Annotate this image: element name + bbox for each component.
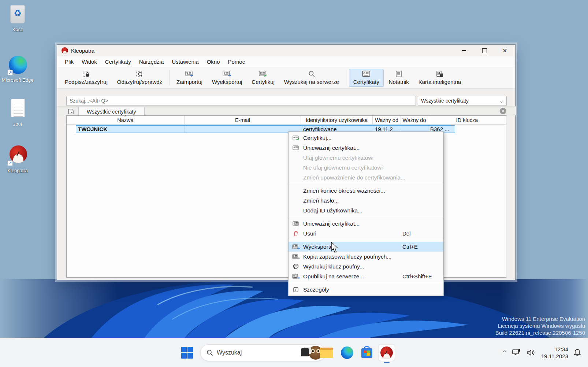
kleopatra-icon: ↗ [7,145,29,167]
sign-encrypt-icon [82,70,90,78]
column-header-nazwa[interactable]: ˄ Nazwa [67,116,185,124]
edge-icon: ↗ [7,54,29,76]
toolbar-lookup-server[interactable]: Wyszukaj na serwerze [280,69,343,87]
toolbar-decrypt-verify[interactable]: Odszyfruj/sprawdź [113,69,167,87]
context-item-revoke[interactable]: Unieważnij certyfikat... [289,143,443,153]
kleopatra-window: Kleopatra ✕ Plik Widok Certyfikaty Narzę… [57,44,516,280]
export-icon [291,244,300,250]
desktop-icon-edge[interactable]: ↗ Microsoft Edge [0,54,35,83]
context-item-add-user-id[interactable]: Dodaj ID użytkownika... [289,205,443,215]
desktop-icon-kosz[interactable]: ♻ Kosz [0,4,35,33]
minimize-button[interactable] [454,45,474,56]
toolbar-sign-encrypt[interactable]: Podpisz/zaszyfruj [60,69,112,87]
context-separator [289,283,443,283]
context-separator [289,240,443,240]
tray-chevron-up-icon[interactable]: ⌃ [502,349,507,356]
column-header-identyfikatory[interactable]: Identyfikatory użytkownika [301,116,373,124]
context-item-change-certification-power: Zmień upoważnienie do certyfikowania... [289,173,443,182]
kleopatra-taskbar-button[interactable] [379,345,395,361]
close-tab-icon[interactable]: ✕ [500,108,506,114]
toolbar-smartcard[interactable]: Karta inteligentna [414,69,466,87]
context-item-backup-secret-keys[interactable]: Kopia zapasowa kluczy poufnych... [289,252,443,262]
microsoft-store-button[interactable] [359,345,375,361]
notifications-bell-icon[interactable] [573,348,581,357]
window-title: Kleopatra [71,48,94,54]
context-item-details[interactable]: Szczegóły [289,285,443,294]
maximize-button[interactable] [474,45,495,56]
shortcut-arrow-icon: ↗ [7,160,13,166]
export-icon [223,70,231,78]
volume-icon[interactable] [526,349,536,357]
context-item-certify[interactable]: Certyfikuj... [289,133,443,143]
menu-okno[interactable]: Okno [203,57,224,66]
sort-ascending-icon: ˄ [124,114,127,118]
taskbar: Wyszukaj ⌃ 12:34 19.11.2023 [0,338,588,367]
table-header: ˄ Nazwa E-mail Identyfikatory użytkownik… [67,116,506,125]
menu-plik[interactable]: Plik [61,57,78,66]
edge-button[interactable] [339,345,355,361]
context-item-delete[interactable]: Usuń Del [289,229,443,238]
print-icon [291,263,300,270]
search-input[interactable] [66,96,416,105]
titlebar[interactable]: Kleopatra ✕ [57,45,515,56]
toolbar-certify[interactable]: Certyfikuj [247,69,279,87]
revoke-certificate-icon [291,220,300,227]
taskbar-clock[interactable]: 12:34 19.11.2023 [541,346,568,360]
new-tab-icon[interactable] [67,108,75,115]
context-item-print-secret-key[interactable]: Wydrukuj klucz poufny... [289,262,443,271]
column-header-wazny-do[interactable]: Ważny do [401,116,428,124]
import-icon [185,70,194,78]
kleopatra-app-icon [62,47,68,54]
search-icon [206,349,213,356]
decrypt-verify-icon [136,70,143,78]
file-explorer-icon [319,345,335,361]
toolbar-separator [169,70,170,85]
active-app-indicator [384,362,390,363]
context-item-revoke-2[interactable]: Unieważnij certyfikat... [289,219,443,229]
toolbar-certificates[interactable]: Certyfikaty [349,69,384,87]
menu-certyfikaty[interactable]: Certyfikaty [101,57,135,66]
task-view-icon [298,345,314,361]
microsoft-store-icon [359,345,375,361]
certify-icon [259,70,268,78]
context-item-change-passphrase[interactable]: Zmień hasło... [289,196,443,205]
context-item-trust-root: Ufaj głównemu certyfikatowi [289,153,443,163]
column-header-wazny-od[interactable]: Ważny od [373,116,401,124]
toolbar-separator [346,70,346,85]
column-header-id-klucza[interactable]: ID klucza [428,116,506,124]
tab-all-certificates[interactable]: Wszystkie certyfikaty [78,107,145,116]
task-view-button[interactable] [298,345,314,361]
toolbar-notepad[interactable]: Notatnik [384,69,413,87]
menu-widok[interactable]: Widok [78,57,101,66]
backup-icon [291,253,300,260]
close-button[interactable]: ✕ [495,45,515,56]
context-separator [289,184,443,184]
certify-icon [291,135,300,141]
menu-pomoc[interactable]: Pomoc [224,57,249,66]
toolbar: Podpisz/zaszyfruj Odszyfruj/sprawdź Zaim… [57,67,515,89]
menu-ustawienia[interactable]: Ustawienia [168,57,202,66]
menu-narzedzia[interactable]: Narzędzia [135,57,168,66]
file-explorer-button[interactable] [319,345,335,361]
desktop-icon-kleopatra[interactable]: ↗ Kleopatra [0,145,35,174]
certificate-filter-combobox[interactable]: Wszystkie certyfikaty ⌄ [418,96,507,105]
certificates-icon [362,70,371,78]
network-icon[interactable] [512,349,521,357]
desktop-icon-zout[interactable]: zout [0,98,35,127]
menubar: Plik Widok Certyfikaty Narzędzia Ustawie… [57,56,515,67]
context-item-export[interactable]: Wyeksportuj Ctrl+E [289,242,443,252]
context-item-publish-on-server[interactable]: Opublikuj na serwerze... Ctrl+Shift+E [289,271,443,281]
text-document-icon [7,98,29,120]
start-button[interactable] [179,345,195,361]
toolbar-import[interactable]: Zaimportuj [172,69,207,87]
kleopatra-icon [380,346,393,359]
recycle-bin-icon: ♻ [7,4,29,26]
chevron-down-icon: ⌄ [499,98,503,104]
details-icon [291,286,300,293]
column-header-email[interactable]: E-mail [185,116,301,124]
context-item-change-end-of-validity[interactable]: Zmień koniec okresu ważności... [289,186,443,196]
context-menu: Certyfikuj... Unieważnij certyfikat... U… [288,131,444,296]
shortcut-arrow-icon: ↗ [7,70,13,75]
toolbar-export[interactable]: Wyeksportuj [208,69,246,87]
windows-watermark: Windows 11 Enterprise Evaluation Licencj… [495,315,585,336]
